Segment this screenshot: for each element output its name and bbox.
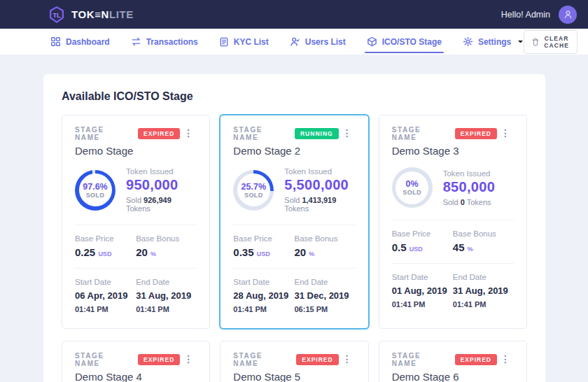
status-badge: EXPIRED xyxy=(138,128,180,139)
stage-title: Demo Stage 5 xyxy=(233,371,338,382)
stage-name-label: STAGE NAME xyxy=(75,126,132,141)
end-date-label: End Date xyxy=(136,278,197,286)
brand-logo: TL TOK≡NLITE xyxy=(48,6,134,24)
kebab-menu-icon[interactable] xyxy=(497,352,514,365)
nav-item-settings[interactable]: Settings xyxy=(463,29,524,55)
nav-item-users-list[interactable]: Users List xyxy=(290,29,346,55)
sold-percent: 97.6% xyxy=(83,182,107,192)
grid-icon xyxy=(50,36,61,47)
token-issued-value: 950,000 xyxy=(126,177,197,193)
kebab-menu-icon[interactable] xyxy=(339,352,356,365)
stage-card: STAGE NAME EXPIRED Demo Stage 4 0% SOLD … xyxy=(62,341,210,382)
sold-tokens-line: Sold 926,949 Tokens xyxy=(126,196,197,213)
sold-tokens-line: Sold 1,413,919 Tokens xyxy=(284,196,355,213)
nav-item-label: Users List xyxy=(305,37,346,47)
page-title: Available ICO/STO Stage xyxy=(62,90,527,103)
base-price-label: Base Price xyxy=(233,234,294,243)
base-bonus-value: 20 % xyxy=(295,246,356,258)
end-date-label: End Date xyxy=(453,273,514,281)
user-avatar[interactable] xyxy=(559,6,577,24)
cube-icon xyxy=(367,36,377,47)
clear-cache-label: CLEAR CACHE xyxy=(544,35,569,49)
nav-item-dashboard[interactable]: Dashboard xyxy=(50,29,110,55)
start-date-label: Start Date xyxy=(75,278,136,286)
base-bonus-value: 45 % xyxy=(453,241,514,253)
nav-item-transactions[interactable]: Transactions xyxy=(131,29,198,55)
document-icon xyxy=(219,37,229,47)
status-badge: RUNNING xyxy=(295,128,339,139)
user-check-icon xyxy=(290,36,300,47)
token-issued-label: Token Issued xyxy=(284,167,355,176)
status-badge: EXPIRED xyxy=(296,354,338,365)
stage-title: Demo Stage 3 xyxy=(392,145,497,157)
nav-item-ico-sto-stage[interactable]: ICO/STO Stage xyxy=(367,29,442,55)
nav-item-label: ICO/STO Stage xyxy=(382,37,442,47)
user-icon xyxy=(563,9,573,20)
stage-card: STAGE NAME RUNNING Demo Stage 2 25.7% SO… xyxy=(220,115,368,329)
sold-tokens-line: Sold 0 Tokens xyxy=(443,198,495,206)
nav-item-label: Transactions xyxy=(146,37,198,47)
start-date-value: 28 Aug, 2019 01:41 PM xyxy=(233,290,294,316)
sold-donut-chart: 0% SOLD xyxy=(392,167,433,208)
base-bonus-label: Base Bonus xyxy=(295,234,356,243)
base-bonus-value: 20 % xyxy=(136,246,197,258)
stage-title: Demo Stage 4 xyxy=(75,371,180,382)
base-bonus-label: Base Bonus xyxy=(136,234,197,243)
stage-name-label: STAGE NAME xyxy=(233,352,290,367)
kebab-menu-icon[interactable] xyxy=(497,126,514,139)
tokenlite-hexagon-logo-icon: TL xyxy=(48,6,66,24)
token-issued-label: Token Issued xyxy=(443,169,495,178)
arrows-icon xyxy=(131,36,141,47)
token-issued-value: 850,000 xyxy=(443,179,495,195)
nav-item-label: Dashboard xyxy=(66,37,110,47)
end-date-value: 31 Dec, 2019 06:15 PM xyxy=(295,290,356,316)
nav-item-kyc-list[interactable]: KYC List xyxy=(219,29,269,55)
end-date-value: 31 Aug, 2019 01:41 PM xyxy=(136,290,197,316)
base-price-label: Base Price xyxy=(392,229,453,238)
nav-item-label: KYC List xyxy=(234,37,269,47)
kebab-menu-icon[interactable] xyxy=(180,126,197,139)
stage-title: Demo Stage 6 xyxy=(392,371,497,382)
stage-title: Demo Stage 2 xyxy=(233,145,338,157)
stage-card: STAGE NAME EXPIRED Demo Stage 6 0% SOLD … xyxy=(379,341,527,382)
stage-name-label: STAGE NAME xyxy=(392,352,449,367)
end-date-value: 31 Aug, 2019 01:41 PM xyxy=(453,285,514,311)
stage-name-label: STAGE NAME xyxy=(233,126,288,141)
status-badge: EXPIRED xyxy=(455,128,497,139)
app-header: TL TOK≡NLITE Hello! Admin xyxy=(0,0,588,29)
trash-icon xyxy=(532,38,539,46)
clear-cache-button[interactable]: CLEAR CACHE xyxy=(524,30,578,54)
nav-item-label: Settings xyxy=(478,37,511,47)
chevron-down-icon xyxy=(517,40,524,44)
stage-title: Demo Stage xyxy=(75,145,180,157)
gear-icon xyxy=(463,36,473,47)
main-nav: Dashboard Transactions KYC List Users Li… xyxy=(0,29,588,55)
sold-donut-chart: 25.7% SOLD xyxy=(233,170,274,211)
start-date-label: Start Date xyxy=(392,273,453,281)
status-badge: EXPIRED xyxy=(138,354,180,365)
base-price-value: 0.35 USD xyxy=(233,246,294,258)
stage-card: STAGE NAME EXPIRED Demo Stage 3 0% SOLD … xyxy=(379,115,527,329)
start-date-value: 06 Apr, 2019 01:41 PM xyxy=(75,290,136,316)
stage-name-label: STAGE NAME xyxy=(75,352,132,367)
base-price-value: 0.5 USD xyxy=(392,241,453,253)
base-bonus-label: Base Bonus xyxy=(453,229,514,238)
token-issued-label: Token Issued xyxy=(126,167,197,176)
base-price-label: Base Price xyxy=(75,234,136,243)
status-badge: EXPIRED xyxy=(455,354,497,365)
sold-caption: SOLD xyxy=(244,192,263,199)
brand-wordmark: TOK≡NLITE xyxy=(71,8,134,20)
kebab-menu-icon[interactable] xyxy=(180,352,197,365)
stage-card: STAGE NAME EXPIRED Demo Stage 5 0% SOLD … xyxy=(220,341,368,382)
stage-card: STAGE NAME EXPIRED Demo Stage 97.6% SOLD… xyxy=(62,115,210,329)
start-date-label: Start Date xyxy=(233,278,294,286)
greeting-text: Hello! Admin xyxy=(501,10,550,20)
kebab-menu-icon[interactable] xyxy=(339,126,356,139)
sold-caption: SOLD xyxy=(86,192,105,199)
sold-caption: SOLD xyxy=(402,189,421,196)
svg-text:TL: TL xyxy=(52,11,61,18)
stage-cards-grid: STAGE NAME EXPIRED Demo Stage 97.6% SOLD… xyxy=(62,115,527,382)
end-date-label: End Date xyxy=(295,278,356,286)
base-price-value: 0.25 USD xyxy=(75,246,136,258)
content-panel: Available ICO/STO Stage STAGE NAME EXPIR… xyxy=(43,74,545,382)
